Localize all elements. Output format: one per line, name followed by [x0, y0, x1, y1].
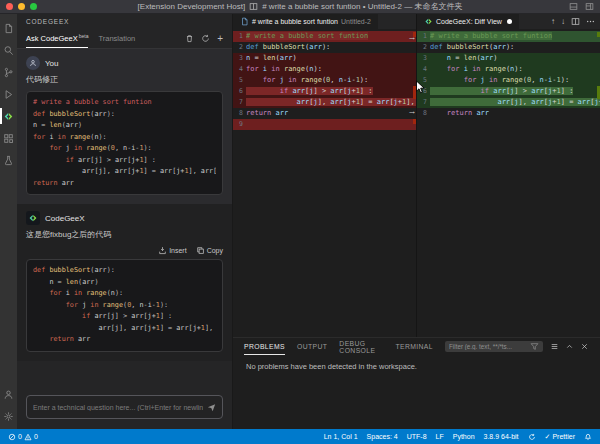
- apply-change-arrow[interactable]: →: [408, 33, 417, 42]
- diff-editor-row: # write a bubble sort funtion Untitled-2…: [233, 14, 600, 337]
- assistant-message: CodeGeeX 这是您fixbug之后的代码 Insert Copy d: [17, 204, 232, 361]
- user-message: You 代码修正 # write a bubble sort funtionde…: [17, 49, 232, 204]
- tab-untitled-2[interactable]: # write a bubble sort funtion Untitled-2: [233, 14, 379, 29]
- insert-icon: [158, 246, 167, 255]
- refresh-icon[interactable]: [201, 34, 210, 43]
- tab-codegeex-diff-view[interactable]: CodeGeeX: Diff View: [417, 14, 520, 29]
- warning-count: 0: [34, 433, 38, 440]
- prettier-status[interactable]: ✓ Prettier: [545, 433, 575, 441]
- tab-problems[interactable]: PROBLEMS: [244, 338, 285, 355]
- sidebar-item-search[interactable]: [0, 39, 17, 61]
- problems-status[interactable]: 0 0: [8, 433, 38, 441]
- extension-host-label: [Extension Development Host]: [138, 2, 246, 11]
- maximize-panel-icon[interactable]: [565, 342, 574, 351]
- indentation[interactable]: Spaces: 4: [367, 433, 398, 440]
- eol-sequence[interactable]: LF: [436, 433, 444, 440]
- clear-icon[interactable]: [185, 34, 194, 43]
- person-icon: [29, 59, 37, 67]
- message-text: 这是您fixbug之后的代码: [26, 229, 223, 240]
- customize-layout-icon[interactable]: [585, 2, 594, 11]
- tab-translation[interactable]: Translation: [98, 29, 135, 48]
- overview-ruler-mark: [413, 86, 416, 99]
- python-interpreter[interactable]: 3.8.9 64-bit: [484, 433, 519, 440]
- input-placeholder: Enter a technical question here... (Ctrl…: [33, 404, 203, 411]
- activity-bar: [0, 14, 17, 429]
- sidebar-item-codegeex[interactable]: [0, 105, 17, 127]
- source-control-icon: [3, 67, 14, 78]
- filter-placeholder: Filter (e.g. text, **/*ts...: [449, 343, 527, 350]
- gear-icon: [3, 411, 14, 422]
- sidebar-item-run-debug[interactable]: [0, 83, 17, 105]
- status-bar: 0 0 Ln 1, Col 1 Spaces: 4 UTF-8 LF Pytho…: [0, 429, 600, 444]
- error-icon: [8, 433, 16, 441]
- copy-icon: [196, 246, 205, 255]
- editor-group-diff: CodeGeeX: Diff View ↑ ↓ 1# wri: [416, 14, 600, 337]
- chat-history: You 代码修正 # write a bubble sort funtionde…: [17, 49, 232, 387]
- problems-message: No problems have been detected in the wo…: [233, 355, 600, 378]
- tab-label: Ask CodeGeeX: [26, 34, 78, 43]
- sidebar-item-explorer[interactable]: [0, 17, 17, 39]
- tab-terminal[interactable]: TERMINAL: [395, 338, 433, 355]
- editor-diff[interactable]: 1# write a bubble sort funtion2def bubbl…: [417, 29, 600, 337]
- tab-label: CodeGeeX: Diff View: [436, 18, 502, 25]
- run-debug-icon: [3, 89, 14, 100]
- message-author: You: [45, 59, 59, 68]
- tab-debug-console[interactable]: DEBUG CONSOLE: [339, 338, 383, 355]
- tab-ask-codegeex[interactable]: Ask CodeGeeXbeta: [26, 29, 88, 48]
- new-chat-icon[interactable]: +: [217, 34, 223, 44]
- language-mode[interactable]: Python: [453, 433, 475, 440]
- sync-icon[interactable]: [528, 433, 536, 441]
- vscode-window: [Extension Development Host] # write a b…: [0, 0, 600, 444]
- search-icon: [3, 45, 14, 56]
- sidebar-item-extensions[interactable]: [0, 127, 17, 149]
- zoom-window-button[interactable]: [30, 3, 37, 10]
- close-window-button[interactable]: [6, 3, 13, 10]
- beaker-icon: [3, 155, 14, 166]
- tab-bar-left: # write a bubble sort funtion Untitled-2: [233, 14, 416, 29]
- sidebar-item-account[interactable]: [0, 383, 17, 405]
- minimize-window-button[interactable]: [18, 3, 25, 10]
- sidebar-item-settings[interactable]: [0, 405, 17, 427]
- toggle-panel-icon[interactable]: [569, 2, 578, 11]
- cursor-position[interactable]: Ln 1, Col 1: [324, 433, 358, 440]
- codegeex-avatar: [26, 211, 40, 225]
- tab-bar-right: CodeGeeX: Diff View ↑ ↓: [417, 14, 600, 29]
- sidebar-item-testing[interactable]: [0, 149, 17, 171]
- message-text: 代码修正: [26, 74, 223, 85]
- editor-original[interactable]: 1# write a bubble sort funtion2def bubbl…: [233, 29, 416, 337]
- tab-output[interactable]: OUTPUT: [297, 338, 327, 355]
- assistant-code-block: def bubbleSort(arr): n = len(arr) for i …: [26, 259, 223, 352]
- overview-ruler-mark: [413, 119, 416, 124]
- view-mode-icon[interactable]: [550, 342, 559, 351]
- send-icon[interactable]: [207, 403, 216, 412]
- codegeex-logo-icon: [28, 213, 38, 223]
- question-input[interactable]: Enter a technical question here... (Ctrl…: [26, 395, 223, 419]
- error-count: 0: [18, 433, 22, 440]
- editor-group-original: # write a bubble sort funtion Untitled-2…: [233, 14, 416, 337]
- filter-icon: [530, 342, 539, 351]
- tab-label: # write a bubble sort funtion: [252, 18, 338, 25]
- more-actions-icon[interactable]: [586, 17, 595, 26]
- codegeex-icon: [3, 111, 14, 122]
- copy-button[interactable]: Copy: [196, 246, 223, 255]
- bottom-panel: PROBLEMS OUTPUT DEBUG CONSOLE TERMINAL F…: [233, 337, 600, 429]
- dirty-indicator: [507, 19, 512, 24]
- problems-filter-input[interactable]: Filter (e.g. text, **/*ts...: [445, 341, 543, 352]
- bell-icon[interactable]: [584, 433, 592, 441]
- codegeex-sidebar: CODEGEEX Ask CodeGeeXbeta Translation +: [17, 14, 233, 429]
- files-icon: [3, 23, 14, 34]
- split-editor-icon[interactable]: [571, 17, 580, 26]
- insert-button[interactable]: Insert: [158, 246, 187, 255]
- tab-description: Untitled-2: [341, 18, 371, 25]
- previous-change-icon[interactable]: ↑: [551, 17, 555, 26]
- account-icon: [3, 389, 14, 400]
- next-change-icon[interactable]: ↓: [561, 17, 565, 26]
- apply-change-arrow[interactable]: →: [408, 107, 417, 116]
- encoding[interactable]: UTF-8: [407, 433, 427, 440]
- extensions-icon: [3, 133, 14, 144]
- beta-badge: beta: [79, 33, 89, 39]
- file-icon: [240, 17, 249, 26]
- close-panel-icon[interactable]: [580, 342, 589, 351]
- sidebar-item-source-control[interactable]: [0, 61, 17, 83]
- split-editor-icon: [249, 2, 258, 11]
